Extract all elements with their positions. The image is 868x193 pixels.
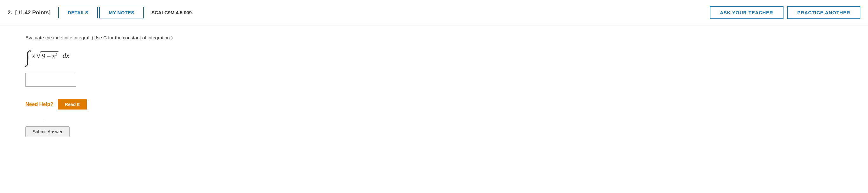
section-divider: [44, 121, 849, 121]
submit-button[interactable]: Submit Answer: [25, 126, 69, 137]
sqrt-wrapper: √ 9 – x2: [36, 51, 58, 60]
math-dx: dx: [61, 52, 69, 60]
math-expression: x √ 9 – x2 dx: [32, 51, 69, 60]
math-formula: ∫ x √ 9 – x2 dx: [25, 47, 849, 64]
details-tab[interactable]: DETAILS: [58, 7, 98, 19]
header-row: 2. [-/1.42 Points] DETAILS MY NOTES SCAL…: [0, 0, 868, 25]
practice-another-button[interactable]: PRACTICE ANOTHER: [787, 6, 860, 19]
answer-input[interactable]: [25, 73, 76, 87]
page-wrapper: 2. [-/1.42 Points] DETAILS MY NOTES SCAL…: [0, 0, 868, 193]
problem-num-text: 2.: [8, 9, 12, 15]
problem-number: 2. [-/1.42 Points]: [8, 9, 51, 16]
sqrt-symbol: √: [36, 52, 41, 60]
my-notes-tab[interactable]: MY NOTES: [99, 7, 144, 19]
integral-sign: ∫: [25, 49, 30, 65]
content-area: Evaluate the indefinite integral. (Use C…: [0, 25, 868, 147]
sqrt-content: 9 – x2: [41, 52, 58, 60]
submit-row: Submit Answer: [25, 126, 849, 137]
math-exponent: 2: [55, 52, 58, 57]
header-actions: ASK YOUR TEACHER PRACTICE ANOTHER: [710, 6, 860, 19]
ask-teacher-button[interactable]: ASK YOUR TEACHER: [710, 6, 783, 19]
need-help-row: Need Help? Read It: [25, 99, 849, 109]
instruction-text: Evaluate the indefinite integral. (Use C…: [25, 35, 849, 40]
math-x: x: [32, 52, 35, 60]
need-help-label: Need Help?: [25, 102, 53, 107]
read-it-button[interactable]: Read It: [58, 99, 87, 109]
math-x2: x: [52, 52, 55, 60]
problem-code: SCALC9M 4.5.009.: [152, 10, 193, 15]
points-label: [-/1.42 Points]: [15, 9, 51, 15]
